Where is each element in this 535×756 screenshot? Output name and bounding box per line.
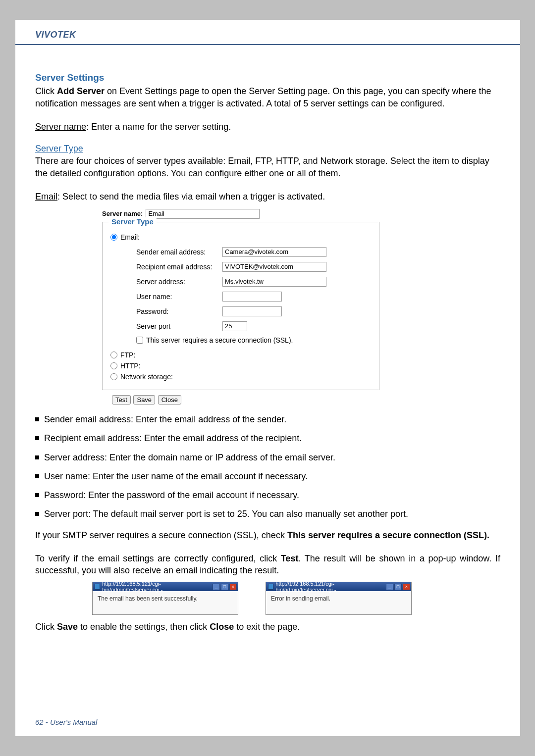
bullet-icon [35,493,39,497]
radio-ftp-label: FTP: [120,351,135,359]
ie-icon [268,584,273,590]
popup-url: http://192.168.5.121/cgi-bin/admin/tests… [275,581,386,593]
form-buttons: Test Save Close [112,395,379,404]
window-buttons: _ □ × [386,584,411,590]
bullet-list: Sender email address: Enter the email ad… [35,413,500,520]
password-label: Password: [136,307,222,315]
ssl-row: This server requires a secure connection… [136,336,371,344]
page-footer: 62 - User's Manual [35,718,97,726]
server-type-fieldset: Server Type Email: Sender email address:… [102,222,379,390]
email-paragraph: Email: Select to send the media files vi… [35,191,500,203]
bullet-username: User name: Enter the user name of the em… [35,470,500,482]
server-name-label: Server name: [102,210,143,217]
server-address-input[interactable] [222,277,326,287]
radio-email-row: Email: [110,233,371,241]
port-row: Server port [136,321,371,331]
server-settings-form: Server name: Server Type Email: Sender e… [102,209,379,404]
close-icon[interactable]: × [229,584,237,590]
ssl-label: This server requires a secure connection… [146,336,293,344]
brand-header: VIVOTEK [35,30,500,40]
test-paragraph: To verify if the email settings are corr… [35,553,500,577]
ssl-checkbox[interactable] [136,337,143,344]
save-button[interactable]: Save [133,395,155,404]
radio-ns-row: Network storage: [110,373,371,381]
header-divider [15,44,520,45]
maximize-icon[interactable]: □ [394,584,402,590]
username-label: User name: [136,293,222,301]
radio-ftp[interactable] [110,352,117,358]
bullet-icon [35,436,39,440]
bullet-icon [35,417,39,421]
popup-error: http://192.168.5.121/cgi-bin/admin/tests… [266,582,412,615]
server-address-label: Server address: [136,278,222,286]
bullet-icon [35,455,39,459]
username-input[interactable] [222,292,282,302]
server-name-paragraph: Server name: Enter a name for the server… [35,121,500,133]
sender-row: Sender email address: [136,247,371,257]
bullet-icon [35,474,39,478]
server-address-row: Server address: [136,277,371,287]
radio-http-row: HTTP: [110,362,371,370]
save-paragraph: Click Save to enable the settings, then … [35,621,500,633]
radio-http[interactable] [110,362,117,369]
bullet-password: Password: Enter the password of the emai… [35,489,500,501]
sender-label: Sender email address: [136,248,222,256]
radio-ns-label: Network storage: [120,373,173,381]
bullet-icon [35,512,39,516]
username-row: User name: [136,292,371,302]
server-type-paragraph: There are four choices of server types a… [35,155,500,180]
section-server-type: Server Type [35,144,500,154]
popup-examples: http://192.168.5.121/cgi-bin/admin/tests… [92,582,500,615]
server-name-input[interactable] [146,209,260,219]
bullet-server-address: Server address: Enter the domain name or… [35,452,500,463]
popup-success: http://192.168.5.121/cgi-bin/admin/tests… [92,582,238,615]
recipient-input[interactable] [222,262,326,272]
minimize-icon[interactable]: _ [213,584,220,590]
radio-http-label: HTTP: [120,362,140,370]
popup-success-body: The email has been sent successfully. [93,591,238,614]
password-row: Password: [136,306,371,316]
port-label: Server port [136,322,222,330]
recipient-label: Recipient email address: [136,263,222,271]
close-button[interactable]: Close [158,395,181,404]
bullet-port: Server port: The default mail server por… [35,508,500,520]
popup-titlebar: http://192.168.5.121/cgi-bin/admin/tests… [93,582,238,591]
radio-email[interactable] [110,234,117,241]
radio-ns[interactable] [110,373,117,380]
radio-email-label: Email: [120,233,140,241]
window-buttons: _ □ × [213,584,238,590]
ie-icon [95,584,100,590]
bullet-sender: Sender email address: Enter the email ad… [35,413,500,425]
maximize-icon[interactable]: □ [221,584,228,590]
ssl-paragraph: If your SMTP server requires a secure co… [35,529,500,542]
email-fields: Sender email address: Recipient email ad… [136,247,371,331]
section-server-settings: Server Settings [35,72,500,83]
popup-url: http://192.168.5.121/cgi-bin/admin/tests… [102,581,213,593]
intro-paragraph: Click Add Server on Event Settings page … [35,85,500,110]
minimize-icon[interactable]: _ [386,584,393,590]
popup-titlebar: http://192.168.5.121/cgi-bin/admin/tests… [266,582,411,591]
radio-ftp-row: FTP: [110,351,371,359]
port-input[interactable] [222,321,247,331]
password-input[interactable] [222,306,282,316]
sender-input[interactable] [222,247,326,257]
page: VIVOTEK Server Settings Click Add Server… [15,20,520,736]
popup-error-body: Error in sending email. [266,591,411,614]
close-icon[interactable]: × [403,584,410,590]
recipient-row: Recipient email address: [136,262,371,272]
bullet-recipient: Recipient email address: Enter the email… [35,432,500,444]
test-button[interactable]: Test [112,395,131,404]
server-type-legend: Server Type [108,217,157,226]
